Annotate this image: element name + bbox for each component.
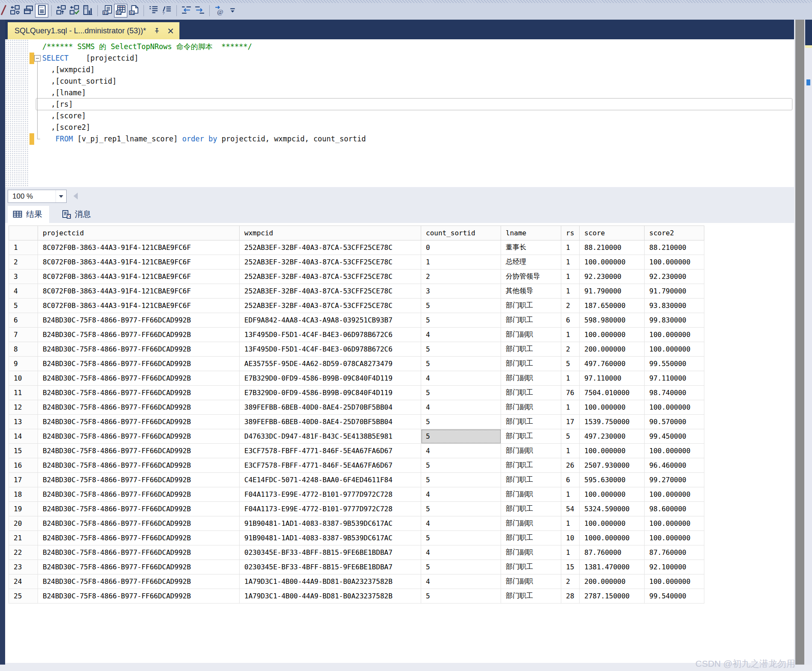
row-header[interactable]: 20 xyxy=(9,516,38,531)
grid-cell-wxmpcid[interactable]: 389FEFBB-6BEB-40D0-8AE4-25D70BF5BB04 xyxy=(240,415,421,429)
grid-cell-rs[interactable]: 2 xyxy=(561,342,580,357)
grid-cell-lname[interactable]: 部门副职 xyxy=(501,371,561,386)
grid-cell-wxmpcid[interactable]: 0230345E-BF33-4BFF-8B15-9FE6BE1BDBA7 xyxy=(240,560,421,574)
grid-cell-projectcid[interactable]: 8C072F0B-3863-44A3-91F4-121CBAE9FC6F xyxy=(38,284,240,299)
grid-cell-count_sortid[interactable]: 5 xyxy=(421,357,501,371)
grid-cell-count_sortid[interactable]: 5 xyxy=(421,342,501,357)
column-header-wxmpcid[interactable]: wxmpcid xyxy=(240,226,421,240)
grid-cell-wxmpcid[interactable]: 389FEFBB-6BEB-40D0-8AE4-25D70BF5BB04 xyxy=(240,400,421,415)
row-header[interactable]: 2 xyxy=(9,255,38,270)
grid-cell-lname[interactable]: 部门副职 xyxy=(501,545,561,560)
grid-cell-score[interactable]: 595.630000 xyxy=(580,473,645,487)
grid-cell-projectcid[interactable]: B24BD30C-75F8-4866-B977-FF66DCAD992B xyxy=(38,342,240,357)
grid-cell-score2[interactable]: 100.000000 xyxy=(645,400,704,415)
row-header[interactable]: 19 xyxy=(9,502,38,516)
grid-cell-score[interactable]: 200.000000 xyxy=(580,342,645,357)
code-line[interactable]: FROM [v_pj_rep1_lname_score] order by pr… xyxy=(5,133,794,145)
row-header[interactable]: 17 xyxy=(9,473,38,487)
row-header[interactable]: 15 xyxy=(9,444,38,458)
grid-cell-projectcid[interactable]: B24BD30C-75F8-4866-B977-FF66DCAD992B xyxy=(38,560,240,574)
grid-cell-score[interactable]: 100.000000 xyxy=(580,516,645,531)
row-header[interactable]: 13 xyxy=(9,415,38,429)
grid-cell-lname[interactable]: 部门职工 xyxy=(501,458,561,473)
grid-cell-projectcid[interactable]: 8C072F0B-3863-44A3-91F4-121CBAE9FC6F xyxy=(38,270,240,284)
grid-cell-lname[interactable]: 部门职工 xyxy=(501,415,561,429)
grid-cell-wxmpcid[interactable]: 252AB3EF-32BF-40A3-87CA-53CFF25CE78C xyxy=(240,240,421,255)
grid-cell-score[interactable]: 100.000000 xyxy=(580,487,645,502)
grid-cell-rs[interactable]: 76 xyxy=(561,386,580,400)
row-header[interactable]: 18 xyxy=(9,487,38,502)
grid-cell-count_sortid[interactable]: 4 xyxy=(421,400,501,415)
grid-cell-wxmpcid[interactable]: AE35755F-95DE-4A62-8D59-078CA8273479 xyxy=(240,357,421,371)
column-header-score2[interactable]: score2 xyxy=(645,226,704,240)
grid-cell-score2[interactable]: 92.230000 xyxy=(645,270,704,284)
server-chart-button[interactable] xyxy=(81,4,94,18)
code-line[interactable]: ,[score] xyxy=(5,110,794,122)
grid-cell-count_sortid[interactable]: 3 xyxy=(421,284,501,299)
grid-cell-rs[interactable]: 10 xyxy=(561,531,580,545)
grid-cell-wxmpcid[interactable]: E7B329D0-0FD9-4586-B99B-09C840F4D119 xyxy=(240,371,421,386)
row-header[interactable]: 10 xyxy=(9,371,38,386)
grid-cell-count_sortid[interactable]: 2 xyxy=(421,270,501,284)
grid-cell-score2[interactable]: 100.000000 xyxy=(645,531,704,545)
grid-cell-wxmpcid[interactable]: 1A79D3C1-4B00-44A9-BD81-B0A23237582B xyxy=(240,589,421,604)
grid-cell-count_sortid[interactable]: 5 xyxy=(421,502,501,516)
grid-cell-score2[interactable]: 99.270000 xyxy=(645,473,704,487)
zoom-level-combo[interactable]: 100 % xyxy=(8,190,67,203)
grid-cell-score2[interactable]: 87.760000 xyxy=(645,545,704,560)
grid-cell-lname[interactable]: 总经理 xyxy=(501,255,561,270)
grid-cell-lname[interactable]: 部门副职 xyxy=(501,516,561,531)
grid-cell-projectcid[interactable]: B24BD30C-75F8-4866-B977-FF66DCAD992B xyxy=(38,415,240,429)
tab-messages[interactable]: 消息 xyxy=(56,206,98,223)
grid-cell-rs[interactable]: 6 xyxy=(561,313,580,328)
grid-cell-score2[interactable]: 99.450000 xyxy=(645,429,704,444)
grid-cell-score2[interactable]: 100.000000 xyxy=(645,516,704,531)
grid-cell-score[interactable]: 92.230000 xyxy=(580,270,645,284)
indent-lines-button[interactable] xyxy=(147,4,160,18)
row-header[interactable]: 5 xyxy=(9,299,38,313)
window-arrow-heart-button[interactable] xyxy=(9,4,22,18)
grid-cell-lname[interactable]: 部门职工 xyxy=(501,357,561,371)
scroll-left-arrow-icon[interactable] xyxy=(73,193,78,199)
row-header[interactable]: 14 xyxy=(9,429,38,444)
grid-cell-projectcid[interactable]: B24BD30C-75F8-4866-B977-FF66DCAD992B xyxy=(38,516,240,531)
code-line[interactable]: ,[rs] xyxy=(5,99,794,110)
code-line[interactable]: SELECT [projectcid] xyxy=(5,53,794,64)
grid-cell-score2[interactable]: 96.460000 xyxy=(645,458,704,473)
grid-cell-score[interactable]: 2787.150000 xyxy=(580,589,645,604)
code-line[interactable]: ,[wxmpcid] xyxy=(5,64,794,76)
window-arrow-up-button[interactable] xyxy=(55,4,68,18)
grid-cell-count_sortid[interactable]: 5 xyxy=(421,531,501,545)
window-check-button[interactable] xyxy=(68,4,81,18)
grid-cell-projectcid[interactable]: B24BD30C-75F8-4866-B977-FF66DCAD992B xyxy=(38,357,240,371)
grid-cell-lname[interactable]: 部门副职 xyxy=(501,444,561,458)
grid-cell-wxmpcid[interactable]: 252AB3EF-32BF-40A3-87CA-53CFF25CE78C xyxy=(240,270,421,284)
row-header[interactable]: 22 xyxy=(9,545,38,560)
row-header[interactable]: 3 xyxy=(9,270,38,284)
grid-cell-lname[interactable]: 部门职工 xyxy=(501,429,561,444)
row-header[interactable]: 4 xyxy=(9,284,38,299)
grid-cell-count_sortid[interactable]: 5 xyxy=(421,589,501,604)
grid-cell-score2[interactable]: 100.000000 xyxy=(645,487,704,502)
grid-cell-wxmpcid[interactable]: C4E14FDC-5071-4248-BAA0-6F4ED4611F84 xyxy=(240,473,421,487)
column-header-count_sortid[interactable]: count_sortid xyxy=(421,226,501,240)
grid-cell-projectcid[interactable]: B24BD30C-75F8-4866-B977-FF66DCAD992B xyxy=(38,386,240,400)
grid-corner-cell[interactable] xyxy=(9,226,38,240)
grid-cell-score2[interactable]: 93.830000 xyxy=(645,299,704,313)
row-header[interactable]: 8 xyxy=(9,342,38,357)
grid-cell-score[interactable]: 100.000000 xyxy=(580,400,645,415)
grid-cell-wxmpcid[interactable]: 0230345E-BF33-4BFF-8B15-9FE6BE1BDBA7 xyxy=(240,545,421,560)
grid-cell-wxmpcid[interactable]: 91B90481-1AD1-4083-8387-9B539DC617AC xyxy=(240,516,421,531)
grid-cell-lname[interactable]: 部门职工 xyxy=(501,502,561,516)
grid-cell-score[interactable]: 100.000000 xyxy=(580,328,645,342)
row-header[interactable]: 16 xyxy=(9,458,38,473)
grid-cell-score2[interactable]: 100.000000 xyxy=(645,444,704,458)
navigate-at-button[interactable]: @ xyxy=(213,4,226,18)
grid-cell-projectcid[interactable]: B24BD30C-75F8-4866-B977-FF66DCAD992B xyxy=(38,531,240,545)
scroll-position-marker[interactable] xyxy=(806,79,810,85)
grid-cell-score2[interactable]: 100.000000 xyxy=(645,574,704,589)
tab-results[interactable]: 结果 xyxy=(8,206,49,223)
grid-cell-rs[interactable]: 1 xyxy=(561,545,580,560)
grid-cell-projectcid[interactable]: B24BD30C-75F8-4866-B977-FF66DCAD992B xyxy=(38,473,240,487)
grid-cell-score[interactable]: 7504.010000 xyxy=(580,386,645,400)
